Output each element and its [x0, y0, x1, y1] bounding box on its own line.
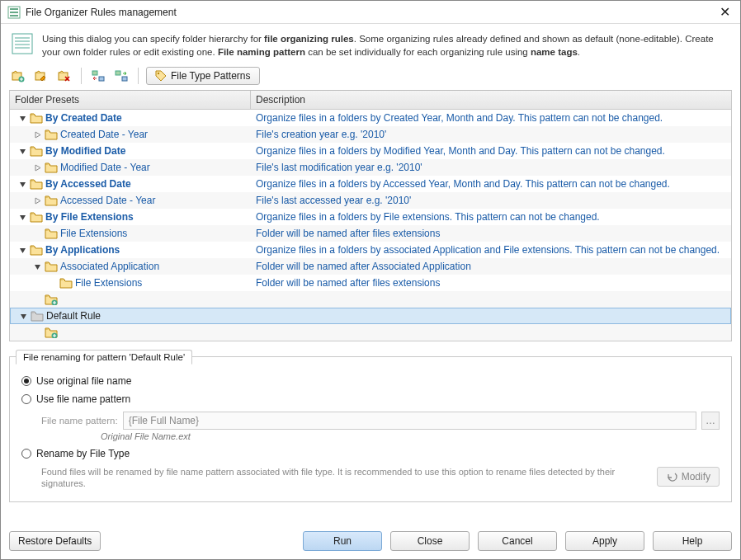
svg-rect-3 — [10, 15, 18, 16]
table-row[interactable]: By Modified DateOrganize files in a fold… — [10, 143, 731, 159]
tag-icon — [155, 70, 167, 82]
radio-by-file-type[interactable]: Rename by File Type — [21, 448, 720, 459]
chevron-down-icon[interactable] — [17, 113, 27, 123]
folder-icon — [45, 228, 58, 239]
row-description: Folder will be named after Associated Ap… — [251, 261, 731, 272]
radio-pattern[interactable]: Use file name pattern — [21, 393, 720, 405]
folder-icon — [45, 294, 58, 305]
close-button[interactable]: Close — [390, 531, 470, 551]
row-label: By Modified Date — [45, 145, 125, 157]
svg-rect-15 — [116, 71, 120, 75]
radio-original-name[interactable]: Use original file name — [21, 375, 720, 387]
undo-icon — [666, 471, 677, 482]
svg-rect-1 — [10, 8, 18, 10]
run-button[interactable]: Run — [303, 531, 382, 551]
pattern-example: Original File Name.ext — [101, 431, 720, 441]
table-row[interactable]: File ExtensionsFolder will be named afte… — [10, 275, 731, 291]
row-label: File Extensions — [60, 228, 127, 239]
chevron-right-icon[interactable] — [32, 162, 42, 172]
edit-rule-button[interactable] — [32, 67, 50, 85]
row-label: Accessed Date - Year — [60, 195, 155, 206]
file-type-patterns-button[interactable]: File Type Patterns — [146, 67, 260, 85]
table-row[interactable] — [10, 291, 731, 308]
folder-icon — [30, 211, 43, 223]
rename-help-text: Found files will be renamed by file name… — [41, 466, 619, 490]
row-description: Folder will be named after files extensi… — [251, 228, 731, 239]
folder-icon — [30, 178, 43, 190]
reorder-left-button[interactable] — [89, 67, 107, 85]
chevron-down-icon[interactable] — [17, 179, 27, 189]
row-label: By Applications — [45, 244, 120, 256]
table-row[interactable]: Accessed Date - YearFile's last accessed… — [10, 192, 731, 209]
delete-rule-button[interactable] — [55, 67, 73, 85]
grid-header: Folder Presets Description — [10, 91, 731, 110]
table-row[interactable]: File ExtensionsFolder will be named afte… — [10, 225, 731, 242]
reorder-right-button[interactable] — [112, 67, 130, 85]
row-description: Organize files in a folders by Modified … — [251, 145, 731, 157]
table-row[interactable]: By ApplicationsOrganize files in a folde… — [10, 242, 731, 258]
row-label: Modified Date - Year — [60, 162, 150, 173]
folder-icon — [30, 145, 43, 157]
description-bar: Using this dialog you can specify folder… — [1, 24, 740, 65]
table-row[interactable]: Default Rule — [10, 308, 731, 324]
folder-icon — [45, 129, 58, 140]
chevron-right-icon[interactable] — [32, 195, 42, 205]
table-row[interactable]: By Accessed DateOrganize files in a fold… — [10, 176, 731, 192]
window-title: File Organizer Rules management — [26, 7, 716, 18]
folder-icon — [30, 112, 43, 124]
radio-dot-icon — [21, 376, 31, 386]
cancel-button[interactable]: Cancel — [478, 531, 557, 551]
chevron-down-icon[interactable] — [18, 311, 28, 321]
modify-button[interactable]: Modify — [657, 467, 720, 487]
row-description: Folder will be named after files extensi… — [251, 277, 731, 289]
folder-icon — [31, 310, 44, 322]
table-row[interactable]: By File ExtensionsOrganize files in a fo… — [10, 209, 731, 225]
table-row[interactable]: Associated ApplicationFolder will be nam… — [10, 258, 731, 275]
description-icon — [11, 32, 34, 55]
chevron-down-icon[interactable] — [17, 245, 27, 255]
svg-rect-4 — [12, 34, 32, 54]
svg-point-17 — [158, 73, 159, 74]
table-row[interactable]: Created Date - YearFile's creation year … — [10, 126, 731, 143]
svg-rect-2 — [10, 12, 18, 13]
row-label: By Created Date — [45, 112, 122, 124]
row-description: Organize files in a folders by File exte… — [251, 211, 731, 223]
folder-icon — [45, 195, 58, 206]
add-rule-button[interactable] — [9, 67, 27, 85]
row-label: File Extensions — [75, 277, 142, 289]
row-description: File's creation year e.g. '2010' — [251, 129, 731, 140]
rules-grid: Folder Presets Description By Created Da… — [9, 90, 732, 341]
chevron-down-icon[interactable] — [17, 212, 27, 222]
row-description: Organize files in a folders by associate… — [251, 244, 731, 256]
row-label: Associated Application — [60, 261, 159, 272]
radio-dot-icon — [21, 394, 31, 404]
table-row[interactable] — [10, 324, 731, 341]
row-description: File's last modification year e.g. '2010… — [251, 162, 731, 173]
table-row[interactable]: Modified Date - YearFile's last modifica… — [10, 159, 731, 176]
close-icon[interactable]: ✕ — [716, 4, 734, 20]
toolbar: File Type Patterns — [1, 65, 740, 90]
chevron-down-icon[interactable] — [17, 146, 27, 156]
restore-defaults-button[interactable]: Restore Defaults — [9, 531, 101, 551]
row-description: Organize files in a folders by Created Y… — [251, 112, 731, 124]
help-button[interactable]: Help — [653, 531, 732, 551]
column-folder-presets[interactable]: Folder Presets — [10, 91, 251, 109]
pattern-label: File name pattern: — [41, 416, 118, 426]
row-label: Created Date - Year — [60, 129, 148, 140]
description-text: Using this dialog you can specify folder… — [42, 32, 730, 59]
svg-rect-16 — [122, 77, 127, 81]
chevron-down-icon[interactable] — [32, 261, 42, 271]
app-icon — [7, 6, 21, 19]
pattern-input[interactable] — [123, 412, 696, 430]
folder-icon — [45, 162, 58, 173]
pattern-browse-button[interactable]: … — [701, 412, 720, 430]
column-description[interactable]: Description — [251, 91, 731, 109]
panel-label: File renaming for pattern 'Default Rule' — [16, 350, 192, 365]
row-label: Default Rule — [46, 310, 101, 322]
folder-icon — [59, 277, 73, 289]
chevron-right-icon[interactable] — [32, 129, 42, 139]
table-row[interactable]: By Created DateOrganize files in a folde… — [10, 110, 731, 126]
svg-rect-14 — [99, 77, 104, 81]
titlebar: File Organizer Rules management ✕ — [1, 1, 740, 24]
apply-button[interactable]: Apply — [565, 531, 644, 551]
